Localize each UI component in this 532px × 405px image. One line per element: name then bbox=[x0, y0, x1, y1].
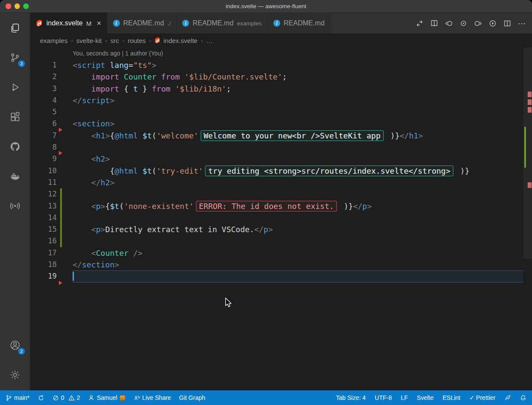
breadcrumb-item-symbol[interactable]: … bbox=[206, 37, 213, 44]
annotations-icon[interactable] bbox=[459, 19, 468, 28]
annotation-next-icon[interactable] bbox=[474, 19, 482, 28]
line-number: 2 bbox=[30, 71, 57, 83]
code-text: <p>Directly extract text in VSCode.</p> bbox=[73, 224, 532, 235]
code-text: </section> bbox=[73, 259, 532, 270]
line-number: 3 bbox=[30, 83, 57, 95]
explorer-icon[interactable] bbox=[0, 13, 30, 43]
minimap[interactable] bbox=[523, 48, 532, 390]
gutter-decorations bbox=[57, 83, 73, 95]
breadcrumb-item-file[interactable]: index.svelte bbox=[163, 37, 197, 44]
line-number: 8 bbox=[30, 141, 57, 153]
tab-readme-root[interactable]: README.md ./ bbox=[107, 13, 177, 34]
code-line[interactable]: 3 import { t } from '$lib/i18n'; bbox=[30, 83, 532, 95]
source-control-icon[interactable]: 3 bbox=[0, 43, 30, 72]
gutter-decorations bbox=[57, 247, 73, 259]
breadcrumb-item[interactable]: routes bbox=[128, 37, 146, 44]
run-icon[interactable] bbox=[489, 19, 497, 28]
line-number: 6 bbox=[30, 118, 57, 129]
tab-readme[interactable]: README.md bbox=[268, 13, 330, 34]
title-bar: index.svelte — awesome-fluent bbox=[0, 0, 532, 13]
language-mode-item[interactable]: Svelte bbox=[417, 394, 434, 401]
code-line[interactable]: 2 import Counter from '$lib/Counter.svel… bbox=[30, 71, 532, 83]
docker-icon[interactable] bbox=[0, 161, 30, 191]
traffic-lights bbox=[6, 0, 29, 12]
code-line[interactable]: 11 </h2> bbox=[30, 177, 532, 188]
code-line[interactable]: 4</script> bbox=[30, 95, 532, 106]
minimize-window-button[interactable] bbox=[15, 3, 20, 9]
code-line[interactable]: 5 bbox=[30, 106, 532, 118]
code-line[interactable]: 9 <h2> bbox=[30, 153, 532, 165]
bell-icon[interactable] bbox=[520, 395, 526, 401]
breadcrumb-item[interactable]: svelte-kit bbox=[76, 37, 102, 44]
overview-error-mark bbox=[528, 182, 532, 188]
live-share-item[interactable]: Live Share bbox=[134, 394, 171, 401]
code-line[interactable]: 12 bbox=[30, 188, 532, 200]
token: @html bbox=[115, 131, 138, 140]
token: h1 bbox=[409, 131, 419, 140]
code-line[interactable]: 13 <p>{$t('none-existent'ERROR: The id d… bbox=[30, 200, 532, 212]
zoom-window-button[interactable] bbox=[23, 3, 29, 9]
code-line[interactable]: 10 {@html $t('try-edit'try editing <stro… bbox=[30, 165, 532, 177]
close-window-button[interactable] bbox=[6, 3, 11, 9]
code-text bbox=[73, 106, 532, 118]
git-added-bar bbox=[60, 188, 62, 200]
breadcrumb-item[interactable]: src bbox=[110, 37, 119, 44]
gutter-decorations bbox=[57, 71, 73, 83]
token: '$lib/i18n' bbox=[175, 84, 226, 93]
code-line[interactable]: 19 bbox=[30, 270, 532, 282]
eol-item[interactable]: LF bbox=[401, 394, 408, 401]
close-tab-icon[interactable]: × bbox=[97, 19, 101, 27]
more-actions-icon[interactable] bbox=[518, 18, 526, 28]
open-preview-icon[interactable] bbox=[430, 19, 438, 28]
user-session-item[interactable]: Samuel bbox=[88, 394, 125, 401]
settings-gear-icon[interactable] bbox=[0, 360, 30, 390]
code-line[interactable]: 16 bbox=[30, 235, 532, 247]
code-line[interactable]: 15 <p>Directly extract text in VSCode.</… bbox=[30, 224, 532, 235]
token: </ bbox=[91, 178, 101, 187]
accounts-icon[interactable]: 2 bbox=[0, 330, 30, 360]
encoding-item[interactable]: UTF-8 bbox=[375, 394, 392, 401]
extensions-icon[interactable] bbox=[0, 102, 30, 132]
split-editor-icon[interactable] bbox=[503, 19, 511, 28]
line-number: 17 bbox=[30, 247, 57, 259]
code-lines: 1<script lang="ts">2 import Counter from… bbox=[30, 59, 532, 282]
tab-readme-examples[interactable]: README.md examples bbox=[177, 13, 268, 34]
code-line[interactable]: 7 <h1>{@html $t('welcome'Welcome to your… bbox=[30, 130, 532, 141]
open-changes-icon[interactable] bbox=[416, 19, 424, 28]
sync-icon[interactable] bbox=[38, 395, 44, 401]
code-editor[interactable]: You, seconds ago | 1 author (You) 1<scri… bbox=[30, 48, 532, 390]
token: @html bbox=[115, 166, 138, 175]
annotation-prev-icon[interactable] bbox=[445, 19, 453, 28]
breadcrumb-item[interactable]: examples bbox=[40, 37, 67, 44]
error-marker-icon bbox=[59, 128, 62, 132]
git-graph-item[interactable]: Git Graph bbox=[179, 394, 205, 401]
problems-item[interactable]: 0 2 bbox=[52, 394, 80, 401]
editor-actions bbox=[410, 13, 532, 34]
token: import bbox=[91, 72, 119, 81]
tab-index-svelte[interactable]: index.svelte M × bbox=[30, 13, 107, 34]
token: > bbox=[110, 178, 115, 187]
token bbox=[73, 178, 91, 187]
code-text: <h1>{@html $t('welcome'Welcome to your n… bbox=[73, 130, 532, 141]
code-line[interactable]: 18</section> bbox=[30, 259, 532, 270]
rocket-icon[interactable] bbox=[504, 395, 511, 401]
token: p bbox=[263, 225, 268, 234]
run-debug-icon[interactable] bbox=[0, 72, 30, 102]
gutter-decorations bbox=[57, 59, 73, 71]
code-text: import Counter from '$lib/Counter.svelte… bbox=[73, 71, 532, 83]
code-line[interactable]: 14 bbox=[30, 212, 532, 224]
eslint-item[interactable]: ESLint bbox=[443, 394, 460, 401]
line-number: 11 bbox=[30, 177, 57, 188]
remote-explorer-icon[interactable] bbox=[0, 191, 30, 221]
prettier-item[interactable]: ✓ Prettier bbox=[469, 394, 495, 401]
translation-annotation: try editing <strong>src/routes/index.sve… bbox=[205, 166, 453, 176]
git-branch-item[interactable]: main* bbox=[6, 394, 30, 401]
code-line[interactable]: 8 bbox=[30, 141, 532, 153]
codelens-blame[interactable]: You, seconds ago | 1 author (You) bbox=[30, 48, 532, 59]
code-line[interactable]: 6<section> bbox=[30, 118, 532, 129]
code-line[interactable]: 1<script lang="ts"> bbox=[30, 59, 532, 71]
github-icon[interactable] bbox=[0, 132, 30, 161]
gutter-decorations bbox=[57, 130, 73, 141]
code-line[interactable]: 17 <Counter /> bbox=[30, 247, 532, 259]
tab-size-item[interactable]: Tab Size: 4 bbox=[336, 394, 366, 401]
